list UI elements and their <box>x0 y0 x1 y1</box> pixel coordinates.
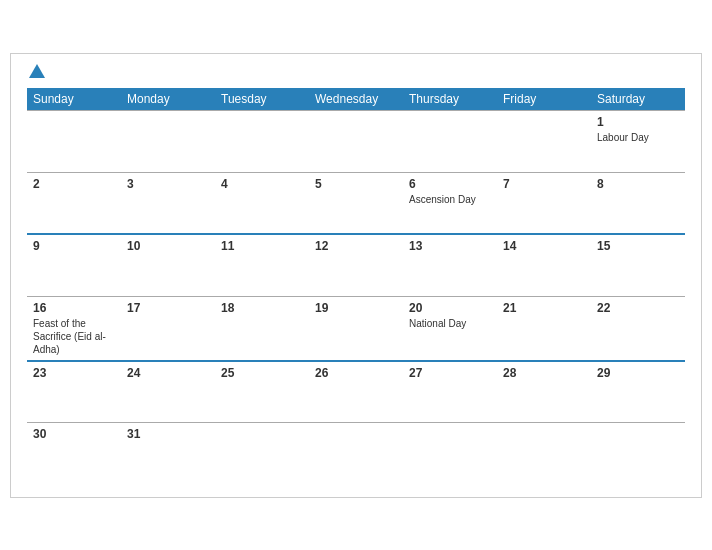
calendar-cell: 30 <box>27 423 121 485</box>
calendar-cell: 27 <box>403 361 497 423</box>
calendar-table: SundayMondayTuesdayWednesdayThursdayFrid… <box>27 88 685 485</box>
day-number: 7 <box>503 177 585 191</box>
day-number: 6 <box>409 177 491 191</box>
day-number: 10 <box>127 239 209 253</box>
day-number: 1 <box>597 115 679 129</box>
weekday-header-monday: Monday <box>121 88 215 111</box>
day-number: 28 <box>503 366 585 380</box>
calendar-cell: 14 <box>497 234 591 296</box>
day-number: 29 <box>597 366 679 380</box>
calendar-cell <box>497 423 591 485</box>
calendar-cell: 20National Day <box>403 296 497 361</box>
day-number: 12 <box>315 239 397 253</box>
day-number: 3 <box>127 177 209 191</box>
calendar-cell <box>309 110 403 172</box>
calendar-cell: 21 <box>497 296 591 361</box>
day-number: 16 <box>33 301 115 315</box>
calendar-cell <box>215 423 309 485</box>
calendar-cell: 24 <box>121 361 215 423</box>
day-number: 26 <box>315 366 397 380</box>
calendar-cell: 18 <box>215 296 309 361</box>
day-number: 25 <box>221 366 303 380</box>
calendar-cell: 7 <box>497 172 591 234</box>
week-row-3: 9101112131415 <box>27 234 685 296</box>
calendar-cell: 3 <box>121 172 215 234</box>
calendar-cell: 29 <box>591 361 685 423</box>
calendar-cell: 10 <box>121 234 215 296</box>
calendar-cell: 1Labour Day <box>591 110 685 172</box>
day-number: 15 <box>597 239 679 253</box>
week-row-6: 3031 <box>27 423 685 485</box>
day-number: 27 <box>409 366 491 380</box>
holiday-name: Feast of the Sacrifice (Eid al-Adha) <box>33 317 115 356</box>
calendar-cell: 28 <box>497 361 591 423</box>
day-number: 20 <box>409 301 491 315</box>
calendar-cell: 2 <box>27 172 121 234</box>
calendar-container: SundayMondayTuesdayWednesdayThursdayFrid… <box>10 53 702 498</box>
weekday-header-saturday: Saturday <box>591 88 685 111</box>
day-number: 19 <box>315 301 397 315</box>
day-number: 11 <box>221 239 303 253</box>
holiday-name: Ascension Day <box>409 193 491 206</box>
week-row-5: 23242526272829 <box>27 361 685 423</box>
header-row <box>27 66 685 78</box>
logo-blue-text <box>27 66 45 78</box>
calendar-cell: 26 <box>309 361 403 423</box>
calendar-cell <box>121 110 215 172</box>
day-number: 31 <box>127 427 209 441</box>
day-number: 17 <box>127 301 209 315</box>
day-number: 5 <box>315 177 397 191</box>
weekday-header-row: SundayMondayTuesdayWednesdayThursdayFrid… <box>27 88 685 111</box>
calendar-cell <box>27 110 121 172</box>
day-number: 24 <box>127 366 209 380</box>
calendar-cell <box>497 110 591 172</box>
holiday-name: National Day <box>409 317 491 330</box>
calendar-cell <box>591 423 685 485</box>
calendar-cell <box>403 110 497 172</box>
logo <box>27 66 45 78</box>
day-number: 4 <box>221 177 303 191</box>
day-number: 23 <box>33 366 115 380</box>
day-number: 8 <box>597 177 679 191</box>
weekday-header-wednesday: Wednesday <box>309 88 403 111</box>
calendar-cell: 6Ascension Day <box>403 172 497 234</box>
calendar-cell: 4 <box>215 172 309 234</box>
day-number: 9 <box>33 239 115 253</box>
week-row-1: 1Labour Day <box>27 110 685 172</box>
calendar-cell: 8 <box>591 172 685 234</box>
logo-triangle-icon <box>29 64 45 78</box>
weekday-header-sunday: Sunday <box>27 88 121 111</box>
calendar-cell: 15 <box>591 234 685 296</box>
calendar-cell: 19 <box>309 296 403 361</box>
day-number: 2 <box>33 177 115 191</box>
week-row-2: 23456Ascension Day78 <box>27 172 685 234</box>
calendar-cell: 16Feast of the Sacrifice (Eid al-Adha) <box>27 296 121 361</box>
calendar-cell: 5 <box>309 172 403 234</box>
calendar-cell: 9 <box>27 234 121 296</box>
day-number: 18 <box>221 301 303 315</box>
day-number: 14 <box>503 239 585 253</box>
calendar-cell: 13 <box>403 234 497 296</box>
holiday-name: Labour Day <box>597 131 679 144</box>
weekday-header-friday: Friday <box>497 88 591 111</box>
weekday-header-tuesday: Tuesday <box>215 88 309 111</box>
day-number: 21 <box>503 301 585 315</box>
calendar-cell: 25 <box>215 361 309 423</box>
calendar-cell <box>403 423 497 485</box>
weekday-header-thursday: Thursday <box>403 88 497 111</box>
calendar-cell: 11 <box>215 234 309 296</box>
calendar-cell <box>309 423 403 485</box>
calendar-cell: 22 <box>591 296 685 361</box>
calendar-cell <box>215 110 309 172</box>
calendar-cell: 23 <box>27 361 121 423</box>
calendar-cell: 17 <box>121 296 215 361</box>
calendar-cell: 12 <box>309 234 403 296</box>
day-number: 22 <box>597 301 679 315</box>
week-row-4: 16Feast of the Sacrifice (Eid al-Adha)17… <box>27 296 685 361</box>
calendar-cell: 31 <box>121 423 215 485</box>
day-number: 30 <box>33 427 115 441</box>
day-number: 13 <box>409 239 491 253</box>
